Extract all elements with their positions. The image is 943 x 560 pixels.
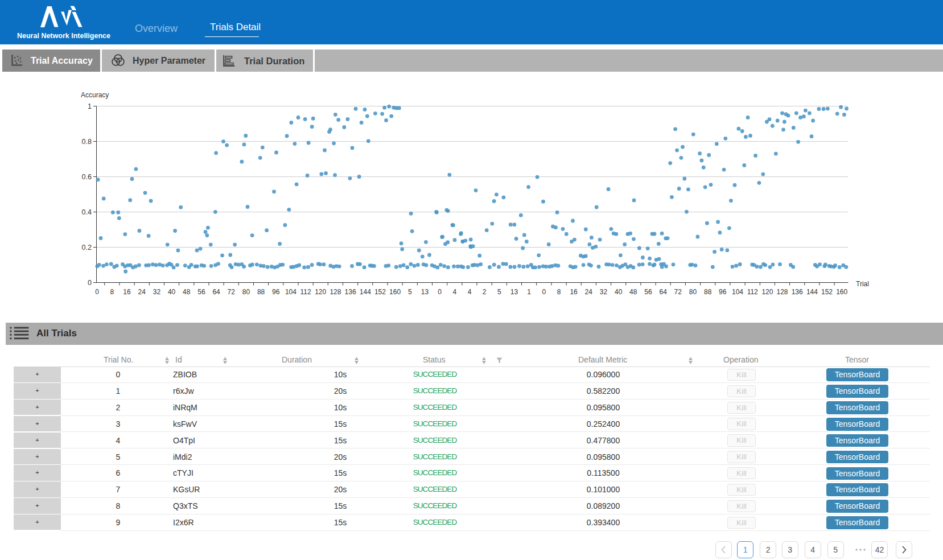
svg-text:0.6: 0.6 — [82, 173, 92, 181]
svg-text:64: 64 — [212, 288, 220, 296]
svg-text:0: 0 — [95, 288, 99, 296]
svg-text:0.2: 0.2 — [82, 244, 92, 252]
svg-text:120: 120 — [315, 288, 326, 296]
svg-text:4: 4 — [452, 288, 456, 296]
svg-text:160: 160 — [836, 288, 847, 296]
svg-text:72: 72 — [228, 288, 236, 296]
svg-text:136: 136 — [345, 288, 356, 296]
svg-text:88: 88 — [257, 288, 265, 296]
svg-text:8: 8 — [557, 288, 561, 296]
svg-text:0.8: 0.8 — [82, 138, 92, 146]
svg-text:13: 13 — [421, 288, 429, 296]
svg-text:112: 112 — [300, 288, 311, 296]
svg-text:5: 5 — [497, 288, 501, 296]
svg-text:8: 8 — [110, 288, 114, 296]
svg-text:56: 56 — [644, 288, 652, 296]
svg-text:104: 104 — [285, 288, 297, 296]
svg-text:1: 1 — [527, 288, 531, 296]
svg-text:104: 104 — [732, 288, 743, 296]
svg-text:Accuracy: Accuracy — [81, 91, 109, 99]
svg-text:48: 48 — [183, 288, 191, 296]
svg-text:112: 112 — [747, 288, 758, 296]
svg-text:64: 64 — [660, 288, 668, 296]
svg-text:32: 32 — [153, 288, 161, 296]
svg-text:160: 160 — [389, 288, 401, 296]
svg-text:128: 128 — [776, 288, 788, 296]
svg-text:0: 0 — [542, 288, 546, 296]
svg-text:120: 120 — [761, 288, 773, 296]
svg-text:40: 40 — [168, 288, 176, 296]
svg-text:32: 32 — [600, 288, 608, 296]
svg-text:1: 1 — [88, 102, 92, 110]
svg-text:5: 5 — [408, 288, 412, 296]
svg-text:0: 0 — [88, 279, 92, 287]
svg-text:24: 24 — [585, 288, 593, 296]
svg-text:96: 96 — [272, 288, 280, 296]
svg-text:0.4: 0.4 — [82, 208, 92, 216]
svg-text:16: 16 — [123, 288, 131, 296]
svg-text:88: 88 — [704, 288, 712, 296]
svg-text:2: 2 — [483, 288, 487, 296]
svg-text:0: 0 — [438, 288, 442, 296]
svg-text:72: 72 — [674, 288, 682, 296]
svg-text:16: 16 — [570, 288, 578, 296]
svg-text:136: 136 — [792, 288, 803, 296]
svg-text:48: 48 — [629, 288, 637, 296]
svg-text:80: 80 — [689, 288, 697, 296]
svg-text:80: 80 — [242, 288, 250, 296]
svg-text:144: 144 — [360, 288, 371, 296]
svg-text:4: 4 — [468, 288, 472, 296]
svg-text:128: 128 — [330, 288, 341, 296]
svg-text:56: 56 — [197, 288, 205, 296]
svg-text:96: 96 — [719, 288, 727, 296]
svg-text:152: 152 — [374, 288, 386, 296]
svg-text:152: 152 — [821, 288, 833, 296]
svg-text:13: 13 — [510, 288, 518, 296]
svg-text:40: 40 — [615, 288, 623, 296]
svg-text:Trial: Trial — [856, 280, 869, 288]
svg-text:24: 24 — [138, 288, 146, 296]
svg-text:144: 144 — [806, 288, 818, 296]
